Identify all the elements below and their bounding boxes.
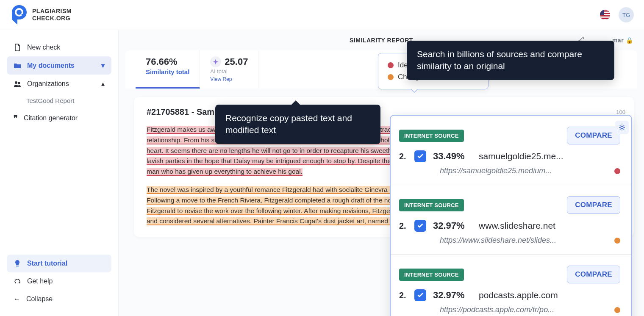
source-type-dot-icon	[614, 168, 620, 174]
brand-line1: PLAGIARISM	[32, 8, 72, 15]
sidebar-item-collapse[interactable]: ← Collapse	[7, 290, 111, 308]
logo-icon	[10, 5, 28, 25]
people-icon	[14, 80, 21, 88]
tooltip-search-sources: Search in billions of sources and compar…	[407, 41, 614, 80]
sparkle-icon	[210, 56, 221, 67]
source-url[interactable]: https://podcasts.apple.com/tr/po...	[440, 305, 554, 314]
source-domain[interactable]: podcasts.apple.com	[479, 290, 558, 300]
source-percent: 33.49%	[433, 151, 472, 162]
sidebar-item-label: New check	[27, 44, 60, 51]
source-checkbox[interactable]	[414, 220, 426, 232]
source-badge: INTERNET SOURCE	[399, 199, 464, 211]
sidebar-item-tutorial[interactable]: Start tutorial	[7, 255, 111, 272]
source-type-dot-icon	[614, 238, 620, 244]
identical-dot-icon	[388, 62, 394, 68]
similarity-label: Similarity total	[146, 68, 189, 75]
sidebar-item-label: Citation generator	[24, 114, 78, 122]
source-checkbox[interactable]	[414, 150, 426, 162]
compare-button[interactable]: COMPARE	[567, 127, 620, 144]
source-badge: INTERNET SOURCE	[399, 269, 464, 281]
arrow-left-icon: ←	[14, 295, 20, 303]
source-number: 2.	[399, 152, 408, 161]
source-type-dot-icon	[614, 307, 620, 313]
source-percent: 32.97%	[433, 220, 472, 231]
lightbulb-icon	[14, 260, 21, 267]
brand-line2: CHECK.ORG	[32, 15, 72, 22]
sources-panel: 76.66% INTERNET SOURCE COMPARE 2. 33.49%…	[390, 115, 632, 316]
source-item: INTERNET SOURCE COMPARE 2. 32.97% www.sl…	[391, 185, 631, 255]
user-avatar[interactable]: TG	[619, 7, 634, 22]
source-domain[interactable]: samuelgoldie25.me...	[479, 151, 564, 161]
source-number: 2.	[399, 221, 408, 231]
tooltip-recognize-text: Recognize copy pasted text and modified …	[215, 105, 380, 144]
chevron-up-icon: ▴	[101, 80, 105, 88]
similarity-percent: 76.66%	[146, 56, 189, 67]
source-item: INTERNET SOURCE COMPARE 2. 33.49% samuel…	[391, 116, 631, 185]
sidebar: New check My documents ▾ Organizations ▴…	[0, 30, 119, 316]
svg-point-11	[15, 81, 17, 84]
zoom-level: 100	[616, 109, 625, 115]
sidebar-item-citation[interactable]: ❞ Citation generator	[7, 108, 111, 128]
changed-dot-icon	[388, 74, 394, 80]
view-report-link[interactable]: View Rep	[210, 76, 232, 82]
svg-point-13	[621, 126, 623, 129]
headset-icon	[14, 277, 21, 285]
document-icon	[14, 44, 21, 51]
sidebar-item-new-check[interactable]: New check	[7, 39, 111, 56]
quote-icon: ❞	[14, 114, 18, 123]
right-tab-label: mar 🔒	[612, 37, 633, 44]
folder-icon	[14, 62, 21, 69]
chevron-down-icon: ▾	[101, 61, 105, 69]
source-percent: 32.97%	[433, 290, 472, 301]
compare-button[interactable]: COMPARE	[567, 266, 620, 283]
compare-button[interactable]: COMPARE	[567, 196, 620, 214]
source-domain[interactable]: www.slideshare.net	[479, 221, 555, 231]
source-item: INTERNET SOURCE COMPARE 2. 32.97% podcas…	[391, 255, 631, 316]
sidebar-item-label: Collapse	[26, 295, 53, 303]
gear-icon[interactable]	[615, 121, 629, 134]
sidebar-item-my-documents[interactable]: My documents ▾	[7, 56, 111, 75]
metric-ai[interactable]: 25.07 AI total View Rep	[200, 50, 258, 89]
lock-icon: 🔒	[626, 37, 633, 44]
svg-rect-8	[600, 17, 610, 18]
brand-logo: PLAGIARISM CHECK.ORG	[10, 5, 72, 25]
metric-similarity[interactable]: 76.66% Similarity total	[136, 50, 200, 89]
sidebar-item-label: Get help	[27, 277, 53, 285]
ai-label: AI total	[210, 68, 248, 75]
sidebar-item-organizations[interactable]: Organizations ▴	[7, 75, 111, 93]
svg-rect-7	[600, 16, 610, 17]
source-url[interactable]: https://samuelgoldie25.medium...	[440, 166, 552, 175]
source-number: 2.	[399, 291, 408, 300]
locale-flag-icon[interactable]	[600, 10, 610, 20]
sidebar-item-label: Start tutorial	[27, 260, 67, 267]
source-badge: INTERNET SOURCE	[399, 130, 464, 142]
svg-point-1	[17, 10, 22, 15]
svg-point-12	[18, 82, 20, 84]
ai-percent: 25.07	[225, 56, 248, 67]
svg-rect-10	[600, 10, 604, 15]
source-url[interactable]: https://www.slideshare.net/slides...	[440, 236, 556, 245]
source-checkbox[interactable]	[414, 289, 426, 301]
sidebar-item-help[interactable]: Get help	[7, 272, 111, 290]
sidebar-sub-testgood[interactable]: TestGood Report	[7, 93, 111, 108]
svg-rect-9	[600, 19, 610, 20]
sidebar-item-label: Organizations	[27, 80, 69, 88]
sidebar-item-label: My documents	[27, 62, 75, 69]
